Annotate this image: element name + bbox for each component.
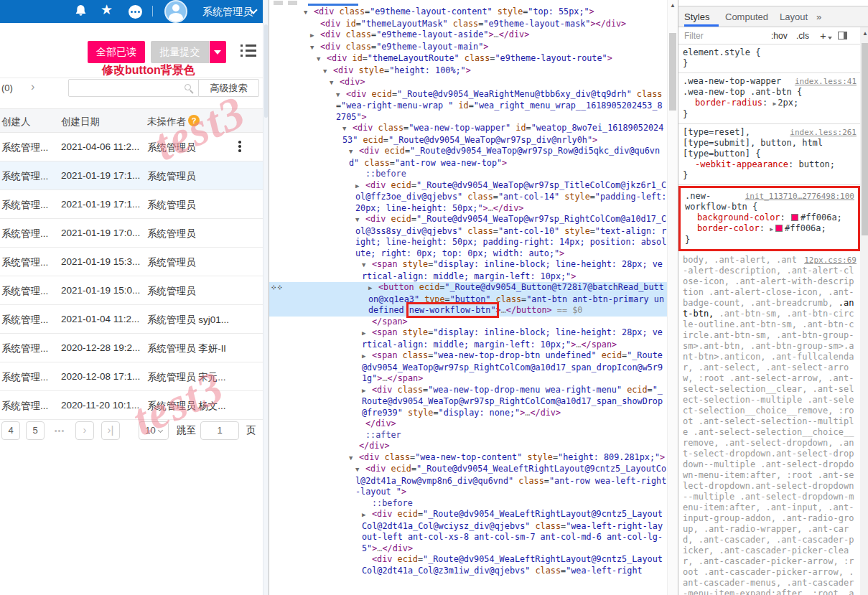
col-header-creator[interactable]: 创建人 xyxy=(1,116,31,128)
dom-node-line[interactable]: ▼<div class="wea-new-top-content" style=… xyxy=(269,452,667,464)
table-row[interactable]: 系统管理...2021-01-19 15:0...系统管理员 xyxy=(0,276,263,305)
help-badge-icon[interactable]: ? xyxy=(188,115,200,126)
last-page-button[interactable]: ›| xyxy=(101,421,120,440)
dom-node-line[interactable]: ▶<div class="wea-new-top-drop-menu wea-r… xyxy=(269,385,667,419)
dom-node-line[interactable]: ::before xyxy=(269,498,667,510)
search-input[interactable] xyxy=(68,79,199,97)
css-property[interactable]: background-color: #ff006a; xyxy=(685,212,854,223)
cell-date: 2021-01-19 17:1... xyxy=(61,170,146,181)
dom-node-line[interactable]: ▼<span style="display: inline-block; lin… xyxy=(269,259,667,282)
dom-node-line[interactable]: </div> xyxy=(269,418,667,430)
table-row[interactable]: 系统管理...2021-01-19 15:3...系统管理员 xyxy=(0,248,263,276)
bell-icon[interactable] xyxy=(74,4,88,18)
dom-node-line[interactable]: ::after xyxy=(269,430,667,441)
scroll-up-icon[interactable]: ▲ xyxy=(862,30,868,37)
dom-node-line[interactable]: ▶<span class="wea-new-top-drop-btn undef… xyxy=(269,350,667,385)
css-rule[interactable]: 12px.css:69body, .ant-alert, .ant-alert-… xyxy=(678,252,860,595)
dom-node-line[interactable]: ▼<div ecid="_Route@dv9054_WeaRightMenu@t… xyxy=(269,89,667,123)
overflow-dots-icon[interactable]: ⁘⁘ xyxy=(271,282,283,294)
user-name[interactable]: 系统管理员 xyxy=(202,6,253,19)
dom-node-line[interactable]: ▼<div class="e9theme-layout-content" sty… xyxy=(269,6,667,19)
batch-submit-dropdown-button[interactable] xyxy=(210,41,226,63)
dom-node-line[interactable]: ▼<div id="themeLayoutRoute" class="e9the… xyxy=(269,53,667,65)
scrollbar-thumb[interactable] xyxy=(669,33,676,111)
filter-input[interactable]: Filter xyxy=(684,31,704,41)
toggle-sidebar-icon[interactable] xyxy=(838,32,847,39)
styles-scrollbar[interactable]: ▲ xyxy=(860,27,868,595)
page-ellipsis[interactable]: ••• xyxy=(50,426,69,435)
next-page-button[interactable]: › xyxy=(75,421,94,440)
page-button-4[interactable]: 4 xyxy=(1,421,20,440)
cell-operator: 系统管理员 李妍-Il xyxy=(147,342,238,355)
dom-node-line[interactable]: ▶<span style="display: inline-block; lin… xyxy=(269,327,667,350)
dom-node-line[interactable]: ▶<div ecid="_Route@dv9054_WeaLeftRightLa… xyxy=(269,509,667,554)
css-property[interactable]: border-color: ▶#ff006a; xyxy=(685,223,854,235)
css-rule[interactable]: index.less:41.wea-new-top-wapper.wea-new… xyxy=(678,73,860,124)
col-header-operator[interactable]: 未操作者 xyxy=(147,116,186,128)
scroll-up-icon[interactable]: ▲ xyxy=(670,2,676,9)
toggle-hov[interactable]: :hov xyxy=(771,31,788,41)
dom-node-line[interactable]: ▼<div ecid="_Route@dv9054_WeaTop@wr97sp_… xyxy=(269,146,667,169)
table-row[interactable]: 系统管理...2021-01-19 17:0...系统管理员 xyxy=(0,219,263,248)
css-property[interactable]: border-radius: ▶2px; xyxy=(683,98,857,109)
dom-node-line[interactable]: ▼<div style="height: 100%;"> xyxy=(269,65,667,78)
table-row[interactable]: 系统管理...2020-12-08 17:1...系统管理员 宋元... xyxy=(0,362,263,391)
dom-node-line[interactable]: <div id="themeLayoutMask" class="e9theme… xyxy=(269,19,667,30)
tab-styles[interactable]: Styles xyxy=(684,11,709,22)
dom-node-line[interactable]: ▼<div class="e9theme-layout-main"> xyxy=(269,42,667,54)
list-view-icon[interactable] xyxy=(241,44,256,60)
css-rule[interactable]: index.less:261[type=reset],[type=submit]… xyxy=(678,124,860,185)
page-size-select[interactable]: 10 xyxy=(139,421,169,440)
dom-node-line[interactable]: ▼<div> xyxy=(269,77,667,89)
col-header-date[interactable]: 创建日期 xyxy=(61,116,100,128)
dom-node-line[interactable]: ▶<div class="e9theme-layout-aside">…</di… xyxy=(269,29,667,42)
cell-operator: 系统管理员 xyxy=(147,285,238,298)
dom-node-line[interactable]: ▼<div class="wea-new-top-wapper" id="wea… xyxy=(269,123,667,146)
table-row[interactable]: 系统管理...2020-11-20 10:1...系统管理员 杨文... xyxy=(0,391,263,420)
page-button-5[interactable]: 5 xyxy=(26,421,45,440)
advanced-search-button[interactable]: 高级搜索 xyxy=(198,79,259,97)
row-menu-icon[interactable] xyxy=(238,141,241,144)
more-ellipsis-icon[interactable] xyxy=(129,5,142,19)
dom-node-line[interactable]: <div ecid="_Route@dv9054_WeaLeftRightLay… xyxy=(269,554,667,576)
page-unit-label: 页 xyxy=(246,424,256,437)
css-rule[interactable]: element.style {} xyxy=(678,44,860,73)
dom-node-line[interactable]: ▶<div ecid="_Route@dv9054_WeaTop@wr97sp_… xyxy=(269,180,667,215)
devtools-toolbar-icon[interactable] xyxy=(274,1,283,5)
new-style-rule-button[interactable]: + xyxy=(820,29,826,42)
scrollbar-thumb[interactable] xyxy=(862,43,868,235)
page-scrollbar[interactable] xyxy=(263,0,269,595)
dom-node-line[interactable]: </div> xyxy=(269,441,667,452)
table-row[interactable]: 系统管理...2021-01-04 11:2...系统管理员 syj01... xyxy=(0,305,263,334)
more-tabs-icon[interactable]: » xyxy=(816,11,821,22)
table-row[interactable]: 系统管理...2020-12-28 19:2...系统管理员 李妍-Il xyxy=(0,334,263,362)
tab-computed[interactable]: Computed xyxy=(725,11,768,22)
stylesheet-link[interactable]: 12px.css:69 xyxy=(804,255,857,266)
read-all-button[interactable]: 全部已读 xyxy=(88,41,145,63)
expand-chevron-icon[interactable]: › xyxy=(31,80,34,93)
cell-date: 2021-04-06 11:2... xyxy=(61,141,146,152)
elements-scrollbar[interactable]: ▲ xyxy=(667,0,678,595)
dom-node-line[interactable]: ::before xyxy=(269,169,667,180)
stylesheet-link[interactable]: index.less:41 xyxy=(795,76,857,87)
toggle-cls[interactable]: .cls xyxy=(796,31,809,41)
stylesheet-link[interactable]: init_113710…2776498:100 xyxy=(745,191,854,202)
css-property[interactable]: -webkit-appearance: button; xyxy=(683,159,857,170)
devtools-toolbar-icon[interactable] xyxy=(288,1,297,5)
selected-dom-node[interactable]: ⁘⁘▶<button ecid="_Route@dv9054_Button@t7… xyxy=(269,282,667,317)
tab-layout[interactable]: Layout xyxy=(780,11,808,22)
table-row[interactable]: 系统管理...2021-04-06 11:2...系统管理员 xyxy=(0,133,263,161)
color-swatch[interactable] xyxy=(775,225,783,232)
table-row[interactable]: 系统管理...2021-01-19 17:1...系统管理员 xyxy=(0,190,263,219)
star-icon[interactable]: ★ xyxy=(101,2,113,18)
css-rule-new-workflow-btn[interactable]: init_113710…2776498:100.new-workflow-btn… xyxy=(678,186,860,251)
dom-node-line[interactable]: ▼<div ecid="_Route@dv9054_WeaLeftRightLa… xyxy=(269,464,667,498)
dom-node-line[interactable]: </span> xyxy=(269,317,667,328)
stylesheet-link[interactable]: index.less:261 xyxy=(790,127,857,138)
color-swatch[interactable] xyxy=(791,214,798,221)
jump-page-input[interactable]: 1 xyxy=(200,421,239,440)
dom-node-line[interactable]: ▼<div ecid="_Route@dv9054_WeaTop@wr97sp_… xyxy=(269,214,667,259)
table-row[interactable]: 系统管理...2021-01-19 17:1...系统管理员 xyxy=(0,161,263,190)
batch-submit-button[interactable]: 批量提交 xyxy=(151,41,209,63)
avatar[interactable] xyxy=(164,0,187,23)
